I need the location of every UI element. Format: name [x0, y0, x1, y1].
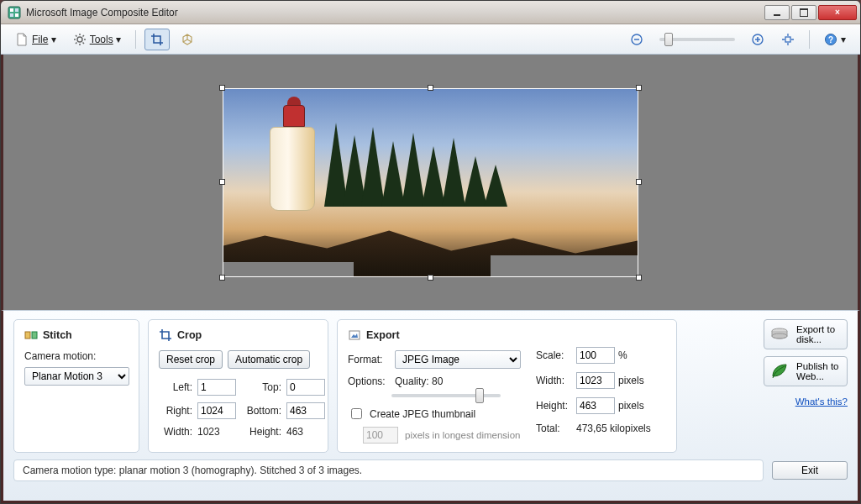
tools-menu[interactable]: Tools ▾: [67, 29, 127, 50]
publish-to-web-button[interactable]: Publish to Web...: [764, 356, 848, 386]
zoom-in-button[interactable]: [745, 29, 770, 50]
app-icon: [8, 6, 21, 19]
window-title: Microsoft Image Composite Editor: [26, 7, 763, 18]
export-height-unit: pixels: [618, 400, 677, 412]
scale-unit: %: [618, 349, 677, 361]
disk-icon: [769, 324, 790, 344]
thumbnail-suffix: pixels in longest dimension: [405, 430, 520, 440]
toolbar: File ▾ Tools ▾ ? ▾: [1, 24, 860, 55]
svg-point-5: [77, 37, 82, 42]
crop-handle[interactable]: [636, 275, 642, 281]
whats-this-link[interactable]: What's this?: [764, 396, 848, 407]
crop-width-value: 1023: [197, 426, 239, 438]
options-label: Options:: [348, 375, 390, 387]
fit-button[interactable]: [775, 29, 801, 50]
quality-slider-thumb[interactable]: [475, 388, 484, 403]
stitch-icon: [24, 328, 38, 342]
crop-width-label: Width:: [159, 426, 194, 438]
crop-icon: [159, 328, 172, 342]
crop-bottom-label: Bottom:: [243, 405, 283, 417]
automatic-crop-button[interactable]: Automatic crop: [228, 350, 310, 369]
export-height-label: Height:: [536, 400, 576, 412]
crop-handle[interactable]: [219, 275, 225, 281]
svg-text:?: ?: [828, 35, 833, 45]
crop-icon: [150, 33, 164, 46]
minimize-button[interactable]: [764, 5, 790, 20]
crop-heading: Crop: [177, 329, 202, 341]
svg-rect-1: [10, 8, 13, 12]
toolbar-separator: [135, 30, 136, 49]
crop-handle[interactable]: [636, 85, 642, 91]
cube-icon: [181, 33, 194, 46]
toolbar-separator: [809, 30, 810, 49]
crop-bottom-input[interactable]: [286, 402, 325, 419]
zoom-slider-thumb[interactable]: [664, 33, 673, 46]
stitch-panel: Stitch Camera motion: Planar Motion 3: [13, 319, 139, 453]
crop-tool-button[interactable]: [144, 29, 170, 50]
crop-right-input[interactable]: [197, 402, 236, 419]
zoom-out-button[interactable]: [624, 29, 649, 50]
side-actions: Export to disk... Publish to Web... What…: [764, 319, 848, 453]
help-icon: ?: [824, 33, 837, 46]
crop-handle[interactable]: [636, 179, 642, 185]
reset-crop-button[interactable]: Reset crop: [159, 350, 223, 369]
rotate-tool-button[interactable]: [175, 29, 200, 50]
format-select[interactable]: JPEG Image: [395, 350, 521, 369]
crop-height-value: 463: [286, 426, 328, 438]
thumbnail-size-input: [363, 427, 398, 444]
camera-motion-select[interactable]: Planar Motion 3: [24, 367, 129, 386]
help-menu[interactable]: ? ▾: [818, 29, 852, 50]
crop-top-input[interactable]: [286, 379, 325, 396]
crop-handle[interactable]: [219, 85, 225, 91]
scale-label: Scale:: [536, 349, 576, 361]
crop-height-label: Height:: [243, 426, 283, 438]
export-width-label: Width:: [536, 375, 576, 386]
canvas-area[interactable]: [1, 55, 860, 310]
quality-label: Quality: 80: [395, 375, 443, 387]
export-width-unit: pixels: [618, 375, 677, 386]
crop-handle[interactable]: [219, 179, 225, 185]
thumbnail-checkbox-label: Create JPEG thumbnail: [370, 408, 475, 420]
zoom-slider[interactable]: [659, 38, 735, 41]
export-total-value: 473,65 kilopixels: [576, 423, 677, 434]
export-to-disk-label: Export to disk...: [796, 324, 842, 344]
status-bar: Camera motion type: planar motion 3 (hom…: [13, 459, 764, 481]
title-bar: Microsoft Image Composite Editor ×: [1, 1, 860, 24]
exit-button[interactable]: Exit: [772, 461, 848, 480]
fit-icon: [781, 33, 795, 46]
crop-handle[interactable]: [428, 275, 433, 281]
gear-icon: [73, 33, 87, 46]
crop-left-label: Left:: [159, 381, 194, 393]
crop-panel: Crop Reset crop Automatic crop Left: Top…: [148, 319, 328, 453]
zoom-in-icon: [751, 33, 764, 46]
crop-top-label: Top:: [243, 381, 283, 393]
composite-preview: [223, 88, 638, 277]
app-window: Microsoft Image Composite Editor × File …: [0, 0, 861, 504]
maximize-button[interactable]: [791, 5, 816, 20]
svg-rect-2: [15, 8, 18, 12]
export-width-input[interactable]: [576, 372, 615, 389]
panel-strip: Stitch Camera motion: Planar Motion 3 Cr…: [1, 310, 860, 503]
file-icon: [15, 33, 29, 46]
close-button[interactable]: ×: [818, 5, 857, 20]
leaf-icon: [769, 361, 790, 381]
quality-slider[interactable]: [391, 394, 501, 397]
thumbnail-checkbox[interactable]: [351, 408, 362, 419]
camera-motion-label: Camera motion:: [24, 350, 129, 362]
thumbnail-checkbox-row[interactable]: Create JPEG thumbnail: [348, 406, 521, 422]
svg-rect-11: [25, 332, 30, 339]
svg-rect-3: [10, 13, 13, 17]
svg-rect-4: [15, 13, 18, 17]
scale-input[interactable]: [576, 347, 615, 364]
stitch-heading: Stitch: [43, 329, 72, 341]
export-height-input[interactable]: [576, 397, 615, 414]
zoom-out-icon: [630, 33, 643, 46]
export-to-disk-button[interactable]: Export to disk...: [764, 319, 848, 349]
file-menu[interactable]: File ▾: [9, 29, 62, 50]
crop-left-input[interactable]: [197, 379, 236, 396]
publish-to-web-label: Publish to Web...: [796, 361, 842, 381]
crop-handle[interactable]: [428, 85, 433, 91]
crop-selection[interactable]: [223, 88, 638, 277]
crop-right-label: Right:: [159, 405, 194, 417]
svg-rect-12: [32, 332, 37, 339]
